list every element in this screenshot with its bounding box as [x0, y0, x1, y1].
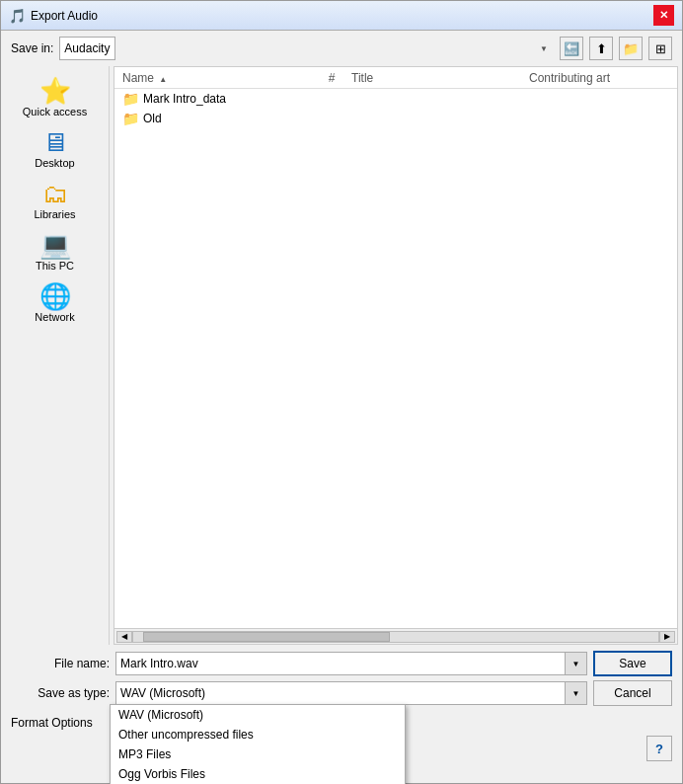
nav-item-this-pc[interactable]: 💻 This PC [11, 228, 100, 275]
network-icon: 🌐 [39, 283, 71, 309]
folder-icon: 📁 [122, 111, 139, 126]
save-as-type-label: Save as type: [11, 686, 110, 700]
col-name-header[interactable]: Name ▲ [114, 71, 312, 85]
view-button[interactable]: ⊞ [648, 37, 672, 60]
desktop-label: Desktop [35, 157, 74, 169]
horizontal-scrollbar: ◀ ▶ [114, 628, 677, 644]
create-folder-button[interactable]: 📁 [619, 37, 643, 60]
folder-icon: 📁 [122, 91, 139, 107]
left-nav: ⭐ Quick access 🖥 Desktop 🗂 Libraries 💻 T… [1, 66, 110, 645]
dropdown-item-other-uncompressed[interactable]: Other uncompressed files [111, 725, 405, 745]
libraries-icon: 🗂 [42, 181, 68, 206]
save-in-label: Save in: [11, 41, 53, 55]
file-name-cell: Mark Intro_data [143, 92, 677, 106]
save-as-type-dropdown-arrow[interactable]: ▼ [566, 681, 587, 705]
save-as-type-dropdown: WAV (Microsoft) Other uncompressed files… [110, 704, 406, 784]
scroll-thumb[interactable] [143, 632, 390, 642]
file-name-input-wrapper: ▼ [115, 652, 587, 675]
help-button[interactable]: ? [646, 736, 672, 761]
save-in-toolbar: Save in: Audacity 🔙 ⬆ 📁 ⊞ [1, 31, 682, 66]
title-bar-left: 🎵 Export Audio [9, 8, 98, 24]
this-pc-icon: 💻 [39, 232, 71, 258]
up-button[interactable]: ⬆ [589, 37, 613, 60]
network-label: Network [35, 311, 74, 323]
col-hash-header[interactable]: # [312, 71, 351, 85]
file-area: Name ▲ # Title Contributing art 📁 Mark I… [114, 66, 678, 645]
bottom-area: File name: ▼ Save Save as type: WAV (Mic… [1, 645, 682, 712]
table-row[interactable]: 📁 Old [114, 109, 677, 128]
export-audio-dialog: 🎵 Export Audio ✕ Save in: Audacity 🔙 ⬆ 📁… [0, 0, 683, 784]
table-row[interactable]: 📁 Mark Intro_data [114, 89, 677, 109]
save-in-select-wrapper: Audacity [59, 37, 554, 60]
nav-item-libraries[interactable]: 🗂 Libraries [11, 177, 100, 224]
quick-access-label: Quick access [23, 106, 87, 118]
save-as-type-row: Save as type: WAV (Microsoft) ▼ Cancel [11, 680, 672, 706]
save-in-select[interactable]: Audacity [59, 37, 115, 60]
col-title-header[interactable]: Title [351, 71, 529, 85]
close-button[interactable]: ✕ [653, 5, 674, 26]
scroll-left-arrow[interactable]: ◀ [116, 631, 132, 643]
col-contrib-header[interactable]: Contributing art [529, 71, 677, 85]
dialog-title: Export Audio [31, 9, 98, 23]
file-name-row: File name: ▼ Save [11, 651, 672, 676]
format-options-label: Format Options [11, 716, 110, 730]
dropdown-item-ogg[interactable]: Ogg Vorbis Files [111, 764, 405, 784]
quick-access-icon: ⭐ [39, 78, 71, 104]
title-bar: 🎵 Export Audio ✕ [1, 1, 682, 31]
main-area: ⭐ Quick access 🖥 Desktop 🗂 Libraries 💻 T… [1, 66, 682, 645]
save-button[interactable]: Save [593, 651, 672, 676]
nav-item-network[interactable]: 🌐 Network [11, 279, 100, 327]
save-as-type-value[interactable]: WAV (Microsoft) [115, 681, 566, 705]
cancel-button[interactable]: Cancel [593, 680, 672, 706]
nav-item-quick-access[interactable]: ⭐ Quick access [11, 74, 100, 121]
desktop-icon: 🖥 [42, 129, 68, 155]
file-name-label: File name: [11, 657, 110, 670]
dropdown-item-wav[interactable]: WAV (Microsoft) [111, 705, 405, 725]
file-name-cell: Old [143, 112, 677, 125]
save-as-type-container: Save as type: WAV (Microsoft) ▼ Cancel W… [11, 680, 672, 706]
save-as-type-input-wrapper: WAV (Microsoft) ▼ [115, 681, 587, 705]
scroll-right-arrow[interactable]: ▶ [659, 631, 675, 643]
scroll-track [132, 631, 659, 643]
sort-arrow: ▲ [159, 75, 167, 84]
dropdown-item-mp3[interactable]: MP3 Files [111, 745, 405, 764]
file-name-dropdown-arrow[interactable]: ▼ [566, 652, 587, 675]
app-icon: 🎵 [9, 8, 25, 24]
nav-item-desktop[interactable]: 🖥 Desktop [11, 125, 100, 173]
file-list-header: Name ▲ # Title Contributing art [114, 67, 677, 89]
file-list-body: 📁 Mark Intro_data 📁 Old [114, 89, 677, 628]
this-pc-label: This PC [36, 260, 74, 272]
back-button[interactable]: 🔙 [560, 37, 583, 60]
file-name-input[interactable] [115, 652, 566, 675]
libraries-label: Libraries [34, 208, 75, 220]
